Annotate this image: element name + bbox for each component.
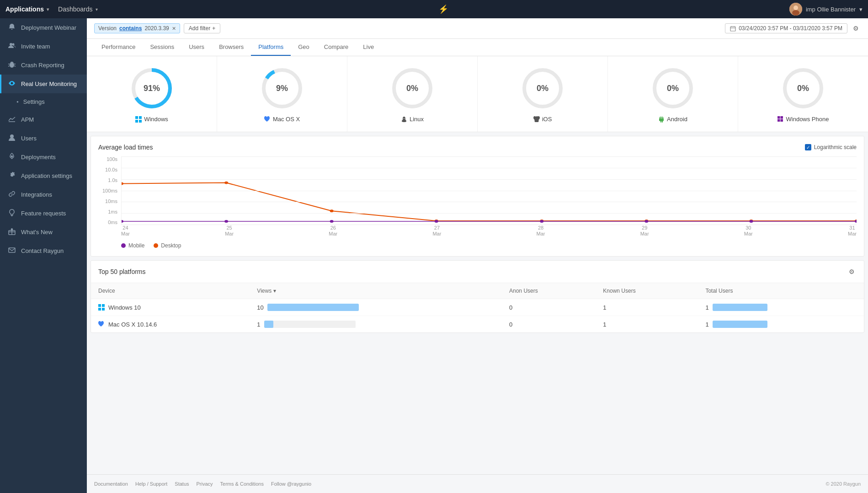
sidebar-item-real-user-monitoring[interactable]: Real User Monitoring <box>0 75 87 93</box>
footer-documentation[interactable]: Documentation <box>94 481 128 487</box>
chart-y-axis: 100s 10.0s 1.0s 100ms 10ms 1ms 0ms <box>98 156 121 225</box>
tab-live[interactable]: Live <box>356 39 381 56</box>
windows-phone-icon <box>777 116 784 123</box>
platform-card-windows[interactable]: 91% Windows <box>87 56 217 132</box>
sidebar-item-label: Integrations <box>21 191 52 198</box>
date-range-label: 03/24/2020 3:57 PM - 03/31/2020 3:57 PM <box>739 25 842 32</box>
footer-follow[interactable]: Follow @raygunio <box>271 481 311 487</box>
footer-status[interactable]: Status <box>175 481 189 487</box>
ios-pct: 0% <box>537 84 548 93</box>
table-header-row: Device Views ▾ Anon Users Known Users To… <box>91 283 864 299</box>
table-settings-gear[interactable]: ⚙ <box>847 266 857 277</box>
macosx-donut: 9% <box>259 65 305 111</box>
sidebar-item-whats-new[interactable]: What's New <box>0 223 87 241</box>
linux-donut: 0% <box>389 65 435 111</box>
device-name: Mac OS X 10.14.6 <box>108 321 157 328</box>
applications-chevron: ▾ <box>47 7 49 12</box>
user-menu[interactable]: imp Ollie Bannister ▾ <box>789 3 863 16</box>
platform-card-android[interactable]: 0% Android <box>608 56 738 132</box>
sidebar-item-crash-reporting[interactable]: Crash Reporting <box>0 56 87 75</box>
total-bar-fill <box>713 321 767 328</box>
tab-geo[interactable]: Geo <box>291 39 317 56</box>
platforms-grid: 91% Windows <box>87 56 868 132</box>
tab-users[interactable]: Users <box>181 39 212 56</box>
sidebar-item-deployments[interactable]: Deployments <box>0 148 87 166</box>
logarithmic-scale-toggle[interactable]: ✓ Logarithmic scale <box>805 144 857 150</box>
ios-donut: 0% <box>520 65 565 111</box>
sidebar-item-label: What's New <box>21 229 53 236</box>
anon-users-cell: 0 <box>502 299 596 316</box>
filter-op: contains <box>119 25 142 32</box>
platform-card-macosx[interactable]: 9% Mac OS X <box>217 56 347 132</box>
x-label: 30Mar <box>744 225 753 239</box>
bell-icon <box>7 23 16 32</box>
sidebar-item-label: Feature requests <box>21 210 66 217</box>
tab-sessions[interactable]: Sessions <box>143 39 181 56</box>
chart-gridlines <box>122 156 857 225</box>
macosx-table-icon <box>98 321 105 327</box>
lightning-icon[interactable]: ⚡ <box>438 4 448 14</box>
col-total-users: Total Users <box>698 283 864 299</box>
svg-rect-42 <box>777 119 780 122</box>
device-cell: Windows 10 <box>91 299 250 316</box>
sidebar-item-invite-team[interactable]: Invite team <box>0 37 87 56</box>
y-label: 0ms <box>108 220 117 225</box>
sidebar-item-feature-requests[interactable]: Feature requests <box>0 204 87 223</box>
linux-label: Linux <box>401 116 424 123</box>
table-row: Windows 10 10 0 1 <box>91 299 864 316</box>
date-range-picker[interactable]: 03/24/2020 3:57 PM - 03/31/2020 3:57 PM <box>725 23 847 33</box>
x-label: 31Mar <box>848 225 857 239</box>
total-bar-fill <box>713 304 767 311</box>
gift-icon <box>7 228 16 236</box>
col-views[interactable]: Views ▾ <box>250 283 502 299</box>
tab-browsers[interactable]: Browsers <box>212 39 251 56</box>
anon-users-cell: 0 <box>502 316 596 333</box>
sidebar-item-application-settings[interactable]: Application settings <box>0 166 87 185</box>
footer-terms[interactable]: Terms & Conditions <box>220 481 264 487</box>
windows-pct: 91% <box>144 84 160 93</box>
x-label: 25Mar <box>225 225 234 239</box>
svg-rect-19 <box>9 248 15 252</box>
views-count: 10 <box>257 304 263 311</box>
svg-rect-60 <box>98 304 101 307</box>
x-label: 26Mar <box>329 225 337 239</box>
sidebar-item-deployment-webinar[interactable]: Deployment Webinar <box>0 18 87 37</box>
applications-menu[interactable]: Applications ▾ <box>5 5 49 13</box>
filter-settings-gear[interactable]: ⚙ <box>851 23 861 34</box>
tab-platforms[interactable]: Platforms <box>251 39 291 56</box>
total-bar-bg <box>713 321 767 328</box>
filter-remove-icon[interactable]: ✕ <box>172 26 176 32</box>
windows-icon <box>135 116 142 123</box>
windows-label: Windows <box>135 116 168 123</box>
platform-card-ios[interactable]: 0% iOS <box>478 56 608 132</box>
sidebar-item-apm[interactable]: APM <box>0 110 87 129</box>
log-scale-checkbox[interactable]: ✓ <box>805 144 811 150</box>
dashboards-menu[interactable]: Dashboards ▾ <box>58 5 98 13</box>
y-label: 10ms <box>105 198 117 204</box>
lightbulb-icon <box>7 209 16 218</box>
views-count: 1 <box>257 321 260 328</box>
ios-icon <box>533 116 540 123</box>
tab-compare[interactable]: Compare <box>317 39 356 56</box>
footer-help-support[interactable]: Help / Support <box>135 481 167 487</box>
svg-point-13 <box>11 156 13 157</box>
user-chevron: ▾ <box>859 6 863 13</box>
desktop-dot <box>154 243 158 248</box>
windows-phone-label: Windows Phone <box>777 116 829 123</box>
platform-card-linux[interactable]: 0% Linux <box>347 56 478 132</box>
sidebar-item-contact-raygun[interactable]: Contact Raygun <box>0 241 87 260</box>
add-filter-button[interactable]: Add filter + <box>184 23 220 33</box>
macosx-icon <box>264 116 271 123</box>
sidebar-item-users[interactable]: Users <box>0 129 87 148</box>
tab-performance[interactable]: Performance <box>94 39 143 56</box>
svg-point-34 <box>405 118 405 119</box>
filter-tag-version[interactable]: Version contains 2020.3.39 ✕ <box>94 23 180 33</box>
table-row: Mac OS X 10.14.6 1 0 1 <box>91 316 864 333</box>
legend-desktop: Desktop <box>154 242 181 249</box>
email-icon <box>7 246 16 255</box>
sidebar-item-integrations[interactable]: Integrations <box>0 185 87 204</box>
sidebar-item-settings[interactable]: ● Settings <box>0 93 87 110</box>
platform-card-windows-phone[interactable]: 0% Windows Phone <box>738 56 868 132</box>
svg-point-4 <box>12 43 15 46</box>
footer-privacy[interactable]: Privacy <box>197 481 213 487</box>
